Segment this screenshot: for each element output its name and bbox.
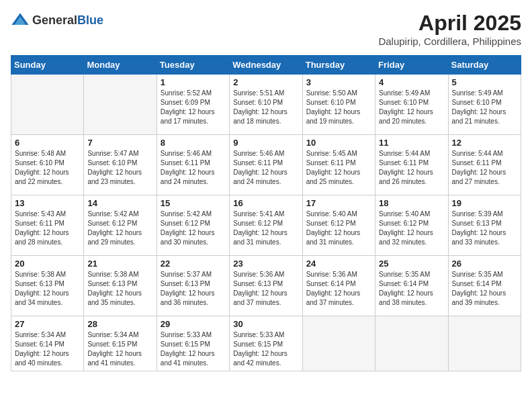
month-title: April 2025 (378, 11, 521, 36)
page-header: GeneralBlue April 2025 Dalupirip, Cordil… (11, 11, 521, 47)
day-info: Sunrise: 5:42 AMSunset: 6:12 PMDaylight:… (87, 210, 152, 247)
day-number: 2 (233, 77, 298, 87)
day-number: 29 (161, 319, 226, 329)
day-of-week-header: Friday (375, 56, 448, 75)
day-info: Sunrise: 5:50 AMSunset: 6:10 PMDaylight:… (306, 89, 371, 126)
calendar-cell: 25Sunrise: 5:35 AMSunset: 6:14 PMDayligh… (375, 256, 448, 316)
day-info: Sunrise: 5:48 AMSunset: 6:10 PMDaylight:… (15, 149, 80, 187)
logo-text-blue: Blue (77, 13, 103, 27)
day-info: Sunrise: 5:33 AMSunset: 6:15 PMDaylight:… (161, 330, 226, 368)
day-info: Sunrise: 5:52 AMSunset: 6:09 PMDaylight:… (161, 89, 226, 126)
day-number: 4 (379, 77, 444, 87)
calendar-cell: 2Sunrise: 5:51 AMSunset: 6:10 PMDaylight… (230, 75, 302, 135)
calendar-cell: 14Sunrise: 5:42 AMSunset: 6:12 PMDayligh… (84, 195, 157, 256)
day-of-week-header: Tuesday (157, 56, 229, 75)
day-number: 6 (15, 138, 80, 148)
day-info: Sunrise: 5:44 AMSunset: 6:11 PMDaylight:… (452, 149, 517, 187)
day-of-week-header: Sunday (11, 56, 84, 75)
day-number: 3 (306, 77, 371, 87)
day-info: Sunrise: 5:35 AMSunset: 6:14 PMDaylight:… (379, 270, 444, 308)
day-number: 23 (233, 259, 298, 269)
day-number: 20 (15, 259, 80, 269)
calendar-cell: 7Sunrise: 5:47 AMSunset: 6:10 PMDaylight… (84, 135, 157, 195)
day-number: 10 (306, 138, 371, 148)
location-title: Dalupirip, Cordillera, Philippines (378, 36, 521, 47)
calendar-cell (375, 316, 448, 371)
day-of-week-header: Monday (84, 56, 157, 75)
day-info: Sunrise: 5:33 AMSunset: 6:15 PMDaylight:… (233, 330, 298, 368)
calendar-cell: 30Sunrise: 5:33 AMSunset: 6:15 PMDayligh… (230, 316, 302, 371)
day-info: Sunrise: 5:38 AMSunset: 6:13 PMDaylight:… (87, 270, 152, 308)
day-number: 18 (379, 198, 444, 208)
calendar-cell: 29Sunrise: 5:33 AMSunset: 6:15 PMDayligh… (157, 316, 229, 371)
calendar-cell (84, 75, 157, 135)
calendar-cell: 16Sunrise: 5:41 AMSunset: 6:12 PMDayligh… (230, 195, 302, 256)
calendar-cell: 10Sunrise: 5:45 AMSunset: 6:11 PMDayligh… (302, 135, 375, 195)
day-info: Sunrise: 5:35 AMSunset: 6:14 PMDaylight:… (452, 270, 517, 308)
day-info: Sunrise: 5:40 AMSunset: 6:12 PMDaylight:… (306, 210, 371, 247)
calendar-cell: 23Sunrise: 5:36 AMSunset: 6:13 PMDayligh… (230, 256, 302, 316)
day-number: 22 (161, 259, 226, 269)
calendar-cell: 11Sunrise: 5:44 AMSunset: 6:11 PMDayligh… (375, 135, 448, 195)
day-number: 1 (161, 77, 226, 87)
day-number: 19 (452, 198, 517, 208)
calendar-cell: 8Sunrise: 5:46 AMSunset: 6:11 PMDaylight… (157, 135, 229, 195)
day-info: Sunrise: 5:45 AMSunset: 6:11 PMDaylight:… (306, 149, 371, 187)
calendar-cell: 4Sunrise: 5:49 AMSunset: 6:10 PMDaylight… (375, 75, 448, 135)
day-number: 17 (306, 198, 371, 208)
day-number: 12 (452, 138, 517, 148)
day-info: Sunrise: 5:34 AMSunset: 6:15 PMDaylight:… (87, 330, 152, 368)
day-number: 24 (306, 259, 371, 269)
day-info: Sunrise: 5:51 AMSunset: 6:10 PMDaylight:… (233, 89, 298, 126)
calendar-cell: 17Sunrise: 5:40 AMSunset: 6:12 PMDayligh… (302, 195, 375, 256)
day-info: Sunrise: 5:41 AMSunset: 6:12 PMDaylight:… (233, 210, 298, 247)
day-number: 5 (452, 77, 517, 87)
day-number: 7 (87, 138, 152, 148)
calendar-cell (448, 316, 521, 371)
day-of-week-header: Thursday (302, 56, 375, 75)
calendar-cell: 26Sunrise: 5:35 AMSunset: 6:14 PMDayligh… (448, 256, 521, 316)
day-number: 14 (87, 198, 152, 208)
calendar-cell: 20Sunrise: 5:38 AMSunset: 6:13 PMDayligh… (11, 256, 84, 316)
day-info: Sunrise: 5:49 AMSunset: 6:10 PMDaylight:… (379, 89, 444, 126)
day-info: Sunrise: 5:34 AMSunset: 6:14 PMDaylight:… (15, 330, 80, 368)
day-number: 15 (161, 198, 226, 208)
day-number: 16 (233, 198, 298, 208)
logo: GeneralBlue (11, 11, 103, 30)
day-number: 9 (233, 138, 298, 148)
day-number: 30 (233, 319, 298, 329)
day-info: Sunrise: 5:37 AMSunset: 6:13 PMDaylight:… (161, 270, 226, 308)
day-info: Sunrise: 5:36 AMSunset: 6:13 PMDaylight:… (233, 270, 298, 308)
calendar-cell: 9Sunrise: 5:46 AMSunset: 6:11 PMDaylight… (230, 135, 302, 195)
day-info: Sunrise: 5:36 AMSunset: 6:14 PMDaylight:… (306, 270, 371, 308)
calendar-cell: 28Sunrise: 5:34 AMSunset: 6:15 PMDayligh… (84, 316, 157, 371)
calendar-cell: 18Sunrise: 5:40 AMSunset: 6:12 PMDayligh… (375, 195, 448, 256)
day-number: 25 (379, 259, 444, 269)
day-number: 11 (379, 138, 444, 148)
calendar-cell: 21Sunrise: 5:38 AMSunset: 6:13 PMDayligh… (84, 256, 157, 316)
logo-text-general: General (32, 13, 77, 27)
calendar-cell: 27Sunrise: 5:34 AMSunset: 6:14 PMDayligh… (11, 316, 84, 371)
title-block: April 2025 Dalupirip, Cordillera, Philip… (378, 11, 521, 47)
day-info: Sunrise: 5:46 AMSunset: 6:11 PMDaylight:… (233, 149, 298, 187)
calendar-cell: 3Sunrise: 5:50 AMSunset: 6:10 PMDaylight… (302, 75, 375, 135)
day-info: Sunrise: 5:46 AMSunset: 6:11 PMDaylight:… (161, 149, 226, 187)
calendar-cell: 13Sunrise: 5:43 AMSunset: 6:11 PMDayligh… (11, 195, 84, 256)
logo-icon (11, 11, 30, 30)
day-info: Sunrise: 5:49 AMSunset: 6:10 PMDaylight:… (452, 89, 517, 126)
calendar-cell: 15Sunrise: 5:42 AMSunset: 6:12 PMDayligh… (157, 195, 229, 256)
calendar-cell: 6Sunrise: 5:48 AMSunset: 6:10 PMDaylight… (11, 135, 84, 195)
day-number: 8 (161, 138, 226, 148)
day-number: 27 (15, 319, 80, 329)
calendar-cell: 24Sunrise: 5:36 AMSunset: 6:14 PMDayligh… (302, 256, 375, 316)
calendar-cell (11, 75, 84, 135)
day-info: Sunrise: 5:39 AMSunset: 6:13 PMDaylight:… (452, 210, 517, 247)
calendar-cell: 1Sunrise: 5:52 AMSunset: 6:09 PMDaylight… (157, 75, 229, 135)
day-of-week-header: Wednesday (230, 56, 302, 75)
day-info: Sunrise: 5:47 AMSunset: 6:10 PMDaylight:… (87, 149, 152, 187)
day-info: Sunrise: 5:40 AMSunset: 6:12 PMDaylight:… (379, 210, 444, 247)
day-info: Sunrise: 5:38 AMSunset: 6:13 PMDaylight:… (15, 270, 80, 308)
day-info: Sunrise: 5:42 AMSunset: 6:12 PMDaylight:… (161, 210, 226, 247)
day-number: 28 (87, 319, 152, 329)
calendar-cell: 19Sunrise: 5:39 AMSunset: 6:13 PMDayligh… (448, 195, 521, 256)
